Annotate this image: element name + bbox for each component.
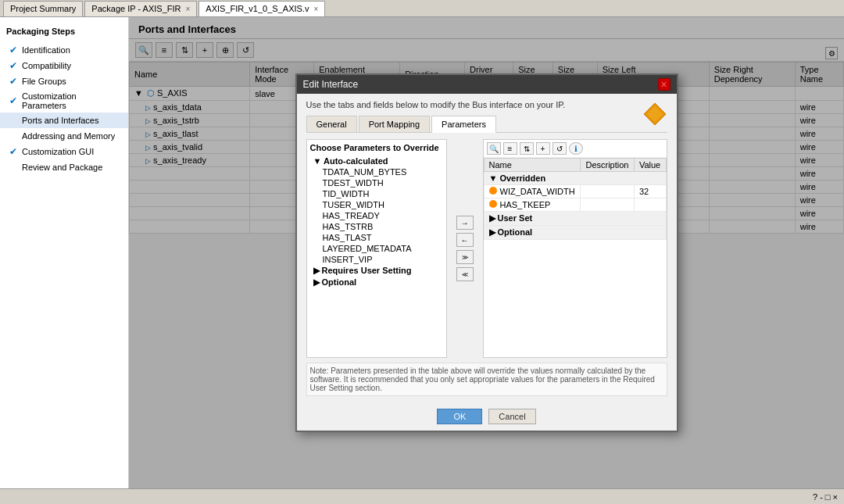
param-group-label: ▶ Optional — [484, 226, 666, 240]
param-cell-name: HAS_TKEEP — [484, 198, 581, 212]
check-icon: ✔ — [9, 95, 17, 106]
sidebar-item-label: Identification — [22, 45, 70, 55]
param-item-has-tstrb[interactable]: HAS_TSTRB — [310, 221, 443, 232]
sidebar-item-file-groups[interactable]: ✔ File Groups — [0, 73, 128, 89]
main-layout: Packaging Steps ✔ Identification ✔ Compa… — [0, 17, 844, 488]
param-item-tuser-width[interactable]: TUSER_WIDTH — [310, 199, 443, 210]
param-row-wiz-data-width[interactable]: WIZ_DATA_WIDTH 32 — [484, 185, 666, 198]
sidebar-item-label: File Groups — [22, 77, 66, 86]
help-text[interactable]: ? - □ × — [813, 492, 838, 502]
param-cell-value — [634, 198, 666, 212]
sidebar-item-compatibility[interactable]: ✔ Compatibility — [0, 58, 128, 73]
check-icon: ✔ — [9, 162, 17, 173]
status-bar: ? - □ × — [0, 488, 844, 504]
param-info-button[interactable]: ℹ — [569, 142, 583, 155]
move-right-button[interactable]: → — [456, 216, 474, 230]
tab-label: Package IP - AXIS_FIR — [91, 4, 181, 13]
check-icon: ✔ — [9, 115, 17, 126]
tab-parameters[interactable]: Parameters — [431, 116, 496, 133]
param-toolbar: 🔍 ≡ ⇅ + ↺ ℹ — [484, 140, 667, 158]
move-all-left-button[interactable]: ≪ — [456, 267, 474, 281]
param-cell-name: WIZ_DATA_WIDTH — [484, 185, 581, 198]
param-cell-description — [581, 198, 634, 212]
param-sort-button[interactable]: ⇅ — [520, 142, 534, 155]
param-tree-title: Choose Parameters to Override — [310, 143, 443, 152]
param-group-label: ▼ Overridden — [484, 172, 666, 185]
ok-button[interactable]: OK — [437, 409, 482, 424]
param-group-optional[interactable]: ▶ Optional — [310, 277, 443, 288]
sidebar-item-label: Ports and Interfaces — [22, 116, 98, 125]
sidebar-item-label: Addressing and Memory — [22, 131, 115, 141]
sidebar-item-label: Customization GUI — [22, 147, 94, 156]
tab-axis-fir-v[interactable]: AXIS_FIR_v1_0_S_AXIS.v × — [198, 1, 325, 16]
param-group-user-setting[interactable]: ▶ Requires User Setting — [310, 265, 443, 277]
param-item-tdest-width[interactable]: TDEST_WIDTH — [310, 177, 443, 188]
tab-close-icon[interactable]: × — [186, 5, 191, 13]
sidebar-item-label: Compatibility — [22, 61, 71, 70]
tab-close-icon[interactable]: × — [313, 5, 318, 13]
modal-panel: Choose Parameters to Override ▼ Auto-cal… — [306, 139, 667, 358]
param-item-tid-width[interactable]: TID_WIDTH — [310, 188, 443, 199]
tab-bar: Project Summary Package IP - AXIS_FIR × … — [0, 0, 844, 17]
move-all-right-button[interactable]: ≫ — [456, 250, 474, 264]
param-item-has-tlast[interactable]: HAS_TLAST — [310, 232, 443, 243]
tab-general[interactable]: General — [306, 116, 357, 132]
status-orange-dot — [489, 187, 497, 195]
param-cell-value: 32 — [634, 185, 666, 198]
modal-tab-bar: General Port Mapping Parameters — [306, 116, 667, 133]
sidebar-item-review-package[interactable]: ✔ Review and Package — [0, 159, 128, 175]
param-col-value: Value — [634, 159, 666, 172]
check-icon: ✔ — [9, 130, 17, 141]
sidebar-item-label: Customization Parameters — [22, 91, 122, 110]
modal-body: Use the tabs and fields below to modify … — [297, 94, 677, 402]
sidebar-item-customization-parameters[interactable]: ✔ Customization Parameters — [0, 89, 128, 113]
param-filter-button[interactable]: ≡ — [503, 142, 517, 155]
xilinx-logo — [642, 102, 667, 128]
param-search-button[interactable]: 🔍 — [487, 142, 501, 155]
check-icon: ✔ — [9, 45, 17, 55]
param-table-area: 🔍 ≡ ⇅ + ↺ ℹ Name — [483, 139, 667, 358]
tab-project-summary[interactable]: Project Summary — [3, 1, 83, 16]
param-tree: Choose Parameters to Override ▼ Auto-cal… — [306, 139, 447, 358]
sidebar-item-identification[interactable]: ✔ Identification — [0, 42, 128, 58]
param-group-optional-row: ▶ Optional — [484, 226, 666, 240]
tab-label: Project Summary — [10, 4, 76, 13]
sidebar-item-customization-gui[interactable]: ✔ Customization GUI — [0, 144, 128, 159]
sidebar-item-label: Review and Package — [22, 163, 102, 172]
modal-note: Note: Parameters presented in the table … — [306, 363, 667, 396]
sidebar: Packaging Steps ✔ Identification ✔ Compa… — [0, 17, 129, 488]
tab-label: AXIS_FIR_v1_0_S_AXIS.v — [206, 4, 309, 13]
modal-overlay: Edit Interface × Use the tabs and fields… — [129, 17, 844, 488]
check-icon: ✔ — [9, 60, 17, 71]
param-refresh-button[interactable]: ↺ — [553, 142, 567, 155]
content-area: Ports and Interfaces 🔍 ≡ ⇅ + ⊕ ↺ Name In… — [129, 17, 844, 488]
modal-title: Edit Interface — [303, 79, 359, 90]
sidebar-item-ports-interfaces[interactable]: ✔ Ports and Interfaces — [0, 113, 128, 128]
param-item-tdata-num-bytes[interactable]: TDATA_NUM_BYTES — [310, 166, 443, 177]
modal-close-button[interactable]: × — [658, 78, 671, 91]
param-col-name: Name — [484, 159, 581, 172]
sidebar-title: Packaging Steps — [0, 23, 128, 42]
tab-port-mapping[interactable]: Port Mapping — [359, 116, 430, 132]
param-item-has-tready[interactable]: HAS_TREADY — [310, 210, 443, 221]
param-group-label: ▶ User Set — [484, 212, 666, 226]
edit-interface-modal: Edit Interface × Use the tabs and fields… — [295, 73, 678, 432]
param-item-insert-vip[interactable]: INSERT_VIP — [310, 254, 443, 265]
param-add-button[interactable]: + — [536, 142, 550, 155]
param-row-has-tkeep[interactable]: HAS_TKEEP — [484, 198, 666, 212]
sidebar-item-addressing[interactable]: ✔ Addressing and Memory — [0, 128, 128, 144]
param-table: Name Description Value ▼ Overridden — [484, 158, 667, 240]
param-cell-description — [581, 185, 634, 198]
tab-package-ip[interactable]: Package IP - AXIS_FIR × — [84, 1, 197, 16]
check-icon: ✔ — [9, 76, 17, 87]
cancel-button[interactable]: Cancel — [488, 409, 535, 424]
modal-header: Edit Interface × — [297, 75, 677, 94]
param-group-user-set-row: ▶ User Set — [484, 212, 666, 226]
param-group-overridden-row: ▼ Overridden — [484, 172, 666, 185]
move-left-button[interactable]: ← — [456, 233, 474, 247]
param-item-layered-metadata[interactable]: LAYERED_METADATA — [310, 243, 443, 254]
status-orange-dot — [489, 200, 497, 208]
param-group-auto[interactable]: ▼ Auto-calculated — [310, 155, 443, 166]
check-icon: ✔ — [9, 146, 17, 157]
modal-description: Use the tabs and fields below to modify … — [306, 100, 667, 109]
